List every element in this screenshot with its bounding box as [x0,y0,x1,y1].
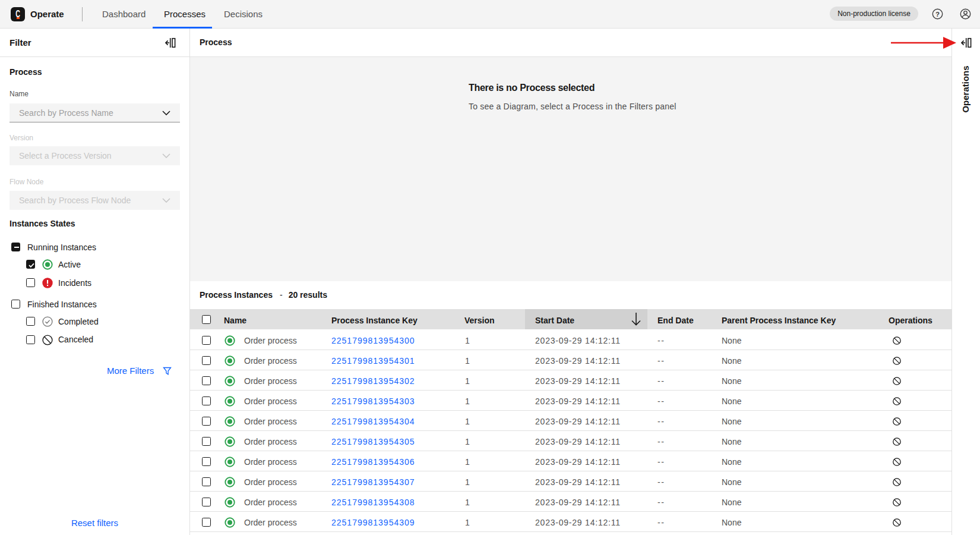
svg-text:?: ? [935,11,940,18]
